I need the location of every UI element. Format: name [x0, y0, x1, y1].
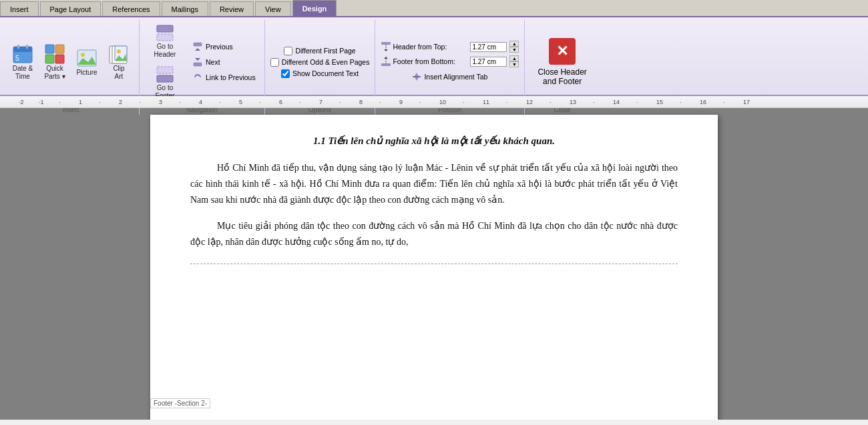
previous-button[interactable]: Previous	[189, 39, 259, 54]
svg-marker-32	[415, 73, 419, 76]
footer-bottom-spinner: ▲ ▼	[509, 55, 519, 67]
different-first-page-checkbox[interactable]	[284, 47, 292, 55]
svg-rect-21	[194, 43, 202, 46]
next-button[interactable]: Next	[189, 55, 259, 69]
clip-art-label: ClipArt	[113, 65, 124, 81]
previous-icon	[192, 41, 203, 52]
go-to-header-label: Go toHeader	[154, 43, 176, 59]
clip-art-icon	[108, 43, 130, 65]
date-time-label: Date &Time	[13, 65, 33, 81]
svg-point-15	[117, 49, 121, 53]
show-document-text-checkbox[interactable]	[281, 69, 290, 78]
insert-alignment-tab-button[interactable]: Insert Alignment Tab	[409, 70, 491, 83]
next-label: Next	[206, 58, 220, 66]
svg-rect-31	[413, 76, 421, 77]
header-top-up[interactable]: ▲	[509, 41, 519, 47]
svg-marker-30	[384, 57, 388, 59]
close-icon: ✕	[549, 38, 576, 65]
document-page: 1.1 Tiến lên chủ nghĩa xã hội là một tất…	[150, 115, 718, 420]
svg-rect-25	[381, 42, 391, 45]
quick-parts-label: QuickParts ▾	[44, 65, 65, 81]
ribbon: 5 Date &Time QuickPar	[0, 17, 868, 96]
tab-page-layout[interactable]: Page Layout	[40, 1, 101, 16]
go-to-header-button[interactable]: Go toHeader	[145, 21, 185, 61]
footer-bottom-up[interactable]: ▲	[509, 55, 519, 61]
tab-bar: Insert Page Layout References Mailings R…	[0, 0, 868, 17]
svg-rect-28	[381, 63, 391, 66]
document-area: 1.1 Tiến lên chủ nghĩa xã hội là một tất…	[0, 108, 868, 420]
header-from-top-input[interactable]	[470, 42, 507, 52]
link-to-previous-label: Link to Previous	[206, 73, 256, 81]
svg-rect-20	[157, 75, 173, 82]
footer-from-bottom-icon	[381, 56, 391, 67]
tab-review[interactable]: Review	[210, 1, 254, 16]
header-from-top-icon	[381, 41, 391, 52]
footer-section-label: Footer -Section 2-	[150, 398, 210, 408]
show-document-text-label: Show Document Text	[292, 69, 359, 77]
svg-marker-27	[384, 49, 388, 51]
svg-marker-24	[195, 58, 200, 61]
date-time-icon: 5	[12, 43, 33, 65]
quick-parts-button[interactable]: QuickParts ▾	[40, 41, 69, 83]
header-from-top-row: Header from Top: ▲ ▼	[381, 41, 519, 53]
svg-point-10	[81, 53, 85, 57]
svg-rect-1	[13, 47, 32, 52]
link-to-previous-button[interactable]: Link to Previous	[189, 70, 259, 85]
svg-rect-2	[17, 45, 19, 49]
different-first-page-label: Different First Page	[295, 47, 355, 55]
insert-alignment-tab-label: Insert Alignment Tab	[424, 73, 487, 81]
footer-from-bottom-label: Footer from Bottom:	[393, 57, 455, 65]
different-first-page-option[interactable]: Different First Page	[284, 47, 355, 55]
tab-mailings[interactable]: Mailings	[162, 1, 208, 16]
quick-parts-icon	[44, 43, 65, 65]
footer-from-bottom-row: Footer from Bottom: ▲ ▼	[381, 55, 519, 67]
picture-button[interactable]: Picture	[72, 45, 101, 79]
ruler: ·2 ·1 · 1 · 2 · 3 · 4 · 5 · 6 · 7 · 8 · …	[0, 96, 868, 108]
alignment-tab-icon	[412, 72, 421, 81]
tab-view[interactable]: View	[255, 1, 291, 16]
different-odd-even-option[interactable]: Different Odd & Even Pages	[270, 58, 370, 67]
svg-rect-5	[45, 45, 54, 53]
clip-art-button[interactable]: ClipArt	[104, 41, 134, 83]
header-from-top-spinner: ▲ ▼	[509, 41, 519, 53]
different-odd-even-checkbox[interactable]	[270, 58, 279, 67]
header-top-down[interactable]: ▼	[509, 47, 519, 53]
svg-marker-22	[195, 48, 200, 51]
svg-text:5: 5	[15, 55, 19, 62]
header-from-top-label: Header from Top:	[393, 43, 447, 51]
picture-label: Picture	[76, 69, 97, 77]
tab-insert[interactable]: Insert	[0, 1, 39, 16]
different-odd-even-label: Different Odd & Even Pages	[282, 58, 370, 66]
svg-rect-3	[26, 45, 28, 49]
link-icon	[192, 72, 203, 83]
svg-rect-18	[157, 34, 173, 41]
footer-divider	[190, 264, 678, 264]
tab-references[interactable]: References	[102, 1, 160, 16]
tab-design[interactable]: Design	[292, 0, 337, 16]
date-time-button[interactable]: 5 Date &Time	[8, 41, 37, 83]
picture-icon	[76, 47, 97, 69]
svg-rect-6	[55, 45, 64, 53]
show-document-text-option[interactable]: Show Document Text	[281, 69, 359, 78]
close-header-footer-label: Close Headerand Footer	[537, 67, 586, 86]
svg-rect-23	[194, 63, 202, 66]
svg-rect-19	[157, 67, 173, 73]
document-paragraph-2: Mục tiêu giải phóng dân tộc theo con đườ…	[190, 218, 678, 250]
close-header-footer-button[interactable]: ✕ Close Headerand Footer	[530, 33, 594, 91]
footer-from-bottom-input[interactable]	[470, 57, 507, 67]
previous-label: Previous	[206, 43, 233, 51]
footer-bottom-down[interactable]: ▼	[509, 61, 519, 67]
svg-rect-7	[45, 55, 54, 63]
svg-rect-17	[157, 25, 173, 32]
next-icon	[192, 57, 203, 67]
svg-marker-33	[415, 77, 419, 81]
document-title: 1.1 Tiến lên chủ nghĩa xã hội là một tất…	[190, 135, 678, 147]
document-paragraph-1: Hồ Chí Minh đã tiếp thu, vận dụng sáng t…	[190, 160, 678, 207]
svg-rect-8	[55, 55, 64, 63]
